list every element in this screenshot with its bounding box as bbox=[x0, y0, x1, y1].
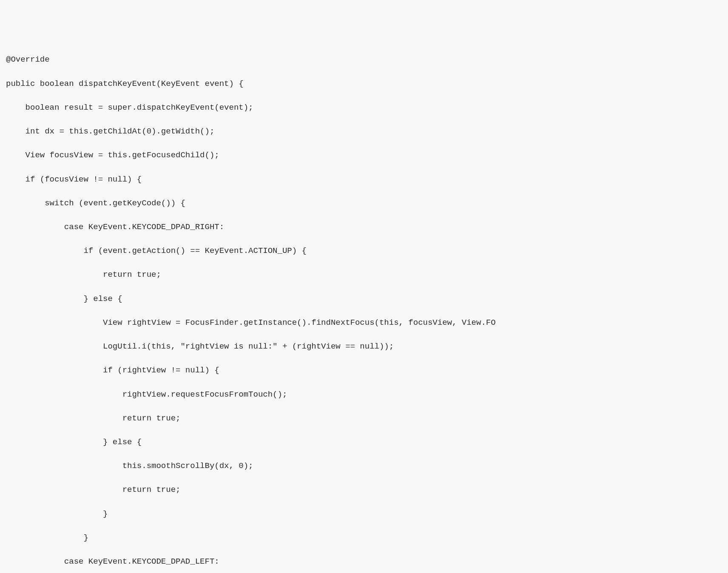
code-line: public boolean dispatchKeyEvent(KeyEvent… bbox=[6, 78, 728, 90]
code-line: View rightView = FocusFinder.getInstance… bbox=[6, 317, 728, 329]
code-line: LogUtil.i(this, "rightView is null:" + (… bbox=[6, 340, 728, 352]
code-line: int dx = this.getChildAt(0).getWidth(); bbox=[6, 125, 728, 137]
code-line: return true; bbox=[6, 484, 728, 496]
code-line: case KeyEvent.KEYCODE_DPAD_RIGHT: bbox=[6, 221, 728, 233]
code-line: switch (event.getKeyCode()) { bbox=[6, 197, 728, 209]
code-line: boolean result = super.dispatchKeyEvent(… bbox=[6, 102, 728, 113]
code-line: return true; bbox=[6, 412, 728, 424]
code-line: this.smoothScrollBy(dx, 0); bbox=[6, 460, 728, 472]
code-line: View focusView = this.getFocusedChild(); bbox=[6, 149, 728, 161]
code-line: return true; bbox=[6, 269, 728, 281]
code-line: } bbox=[6, 508, 728, 520]
code-line: case KeyEvent.KEYCODE_DPAD_LEFT: bbox=[6, 556, 728, 567]
code-line: } else { bbox=[6, 436, 728, 448]
code-block: @Override public boolean dispatchKeyEven… bbox=[6, 42, 728, 573]
code-line: if (event.getAction() == KeyEvent.ACTION… bbox=[6, 245, 728, 257]
code-line: } else { bbox=[6, 293, 728, 305]
code-line: if (rightView != null) { bbox=[6, 364, 728, 376]
code-line: rightView.requestFocusFromTouch(); bbox=[6, 389, 728, 400]
code-line: } bbox=[6, 532, 728, 544]
code-line: if (focusView != null) { bbox=[6, 173, 728, 185]
code-line: @Override bbox=[6, 54, 728, 65]
